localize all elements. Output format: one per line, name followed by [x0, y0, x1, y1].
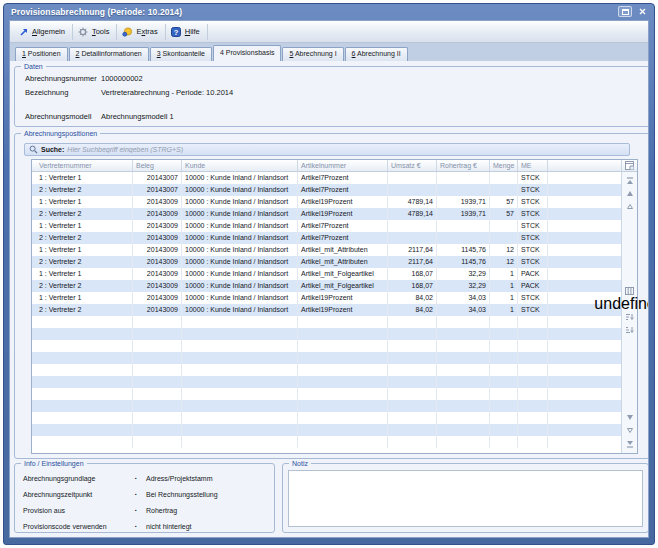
- cell: 10000 : Kunde Inland / Inlandsort: [182, 220, 298, 232]
- cell: 1 : Vertreter 1: [32, 196, 133, 208]
- page-up-icon[interactable]: [623, 200, 637, 213]
- label-rest: Abrechnung I: [293, 50, 336, 57]
- search-input[interactable]: [67, 144, 625, 155]
- search-label: Suche:: [41, 146, 64, 153]
- cell: 1145,76: [437, 244, 490, 256]
- column-header-ME[interactable]: ME: [518, 160, 548, 171]
- column-header-filler[interactable]: [548, 160, 621, 171]
- column-header-Artikelnummer[interactable]: Artikelnummer: [298, 160, 388, 171]
- daten-field-value: Vertreterabrechnung - Periode: 10.2014: [101, 88, 233, 97]
- cell: 10000 : Kunde Inland / Inlandsort: [182, 244, 298, 256]
- label-rest: Detailinformationen: [79, 50, 141, 57]
- cell: Artikel7Prozent: [298, 220, 388, 232]
- table-row[interactable]: 2 : Vertreter 22014300910000 : Kunde Inl…: [32, 208, 621, 220]
- cell: 20143009: [133, 232, 182, 244]
- menu-item-allgemein[interactable]: Allgemein: [13, 24, 73, 40]
- cell: [518, 364, 548, 376]
- sort-asc-icon[interactable]: [623, 310, 637, 323]
- table-row[interactable]: 1 : Vertreter 12014300710000 : Kunde Inl…: [32, 172, 621, 184]
- tab-abrechnung-1[interactable]: 5 Abrechnung I: [282, 47, 343, 61]
- cell: [133, 436, 182, 448]
- cell: 10000 : Kunde Inland / Inlandsort: [182, 280, 298, 292]
- restore-button[interactable]: [618, 6, 632, 17]
- grid-scroll-strip[interactable]: undefined: [621, 160, 637, 453]
- cell: 2 : Vertreter 2: [32, 184, 133, 196]
- scroll-up-icon[interactable]: [623, 187, 637, 200]
- cell: 1 : Vertreter 1: [32, 244, 133, 256]
- cell: [298, 412, 388, 424]
- table-row[interactable]: 1 : Vertreter 12014300910000 : Kunde Inl…: [32, 220, 621, 232]
- tab-positionen[interactable]: 1 Positionen: [15, 47, 68, 61]
- cell: [32, 328, 133, 340]
- cell: 10000 : Kunde Inland / Inlandsort: [182, 268, 298, 280]
- table-row[interactable]: 1 : Vertreter 12014300910000 : Kunde Inl…: [32, 244, 621, 256]
- nav-group-middle: undefined: [622, 284, 637, 336]
- cell: 1: [490, 304, 518, 316]
- table-row[interactable]: 2 : Vertreter 22014300910000 : Kunde Inl…: [32, 304, 621, 316]
- table-row[interactable]: 1 : Vertreter 12014300910000 : Kunde Inl…: [32, 268, 621, 280]
- notiz-textarea[interactable]: [288, 470, 643, 527]
- cell: [548, 256, 621, 268]
- table-row[interactable]: 2 : Vertreter 22014300910000 : Kunde Inl…: [32, 232, 621, 244]
- cell: [437, 172, 490, 184]
- menu-item-tools[interactable]: Tools: [73, 24, 118, 40]
- cell: [437, 400, 490, 412]
- table-row[interactable]: 1 : Vertreter 12014300910000 : Kunde Inl…: [32, 196, 621, 208]
- cell: [548, 184, 621, 196]
- cell: STCK: [518, 244, 548, 256]
- page-down-icon[interactable]: [623, 424, 637, 437]
- cell: [490, 184, 518, 196]
- column-header-Kunde[interactable]: Kunde: [182, 160, 298, 171]
- column-header-Vertreternummer[interactable]: Vertreternummer: [32, 160, 133, 171]
- cell: STCK: [518, 232, 548, 244]
- nav-group-bottom: [622, 411, 637, 450]
- daten-field-label: Abrechnungsmodell: [25, 112, 101, 121]
- cell: 10000 : Kunde Inland / Inlandsort: [182, 292, 298, 304]
- daten-field-row: AbrechnungsmodellAbrechnungsmodell 1: [25, 112, 174, 121]
- menu-item-hilfe[interactable]: ?Hilfe: [166, 24, 208, 40]
- close-button[interactable]: [636, 6, 648, 17]
- tab-abrechnung-2[interactable]: 6 Abrechnung II: [345, 47, 408, 61]
- title-bar[interactable]: Provisionsabrechnung (Periode: 10.2014): [4, 4, 654, 19]
- menu-item-label: Extras: [136, 27, 157, 36]
- scroll-down-icon[interactable]: [623, 411, 637, 424]
- table-row[interactable]: 2 : Vertreter 22014300710000 : Kunde Inl…: [32, 184, 621, 196]
- scroll-bottom-icon[interactable]: [623, 437, 637, 450]
- tab-provisionsbasis[interactable]: 4 Provisionsbasis: [213, 45, 281, 61]
- cell: 20143007: [133, 172, 182, 184]
- table-row[interactable]: 2 : Vertreter 22014300910000 : Kunde Inl…: [32, 256, 621, 268]
- info-legend: Info / Einstellungen: [21, 459, 87, 468]
- cell: 20143009: [133, 304, 182, 316]
- info-value: nicht hinterlegt: [146, 523, 192, 530]
- column-header-Menge[interactable]: Menge: [490, 160, 518, 171]
- cell: 32,29: [437, 280, 490, 292]
- table-row[interactable]: 2 : Vertreter 22014300910000 : Kunde Inl…: [32, 280, 621, 292]
- cell: [548, 280, 621, 292]
- positions-grid: VertreternummerBelegKundeArtikelnummerUm…: [31, 159, 638, 454]
- abrechnungspositionen-legend: Abrechnungspositionen: [21, 129, 100, 138]
- label-rest: Provisionsbasis: [224, 49, 275, 56]
- cell: [518, 328, 548, 340]
- cell: 10000 : Kunde Inland / Inlandsort: [182, 232, 298, 244]
- column-header-Beleg[interactable]: Beleg: [133, 160, 182, 171]
- tab-skontoanteile[interactable]: 3 Skontoanteile: [150, 47, 212, 61]
- cell: [133, 340, 182, 352]
- scroll-top-icon[interactable]: [623, 174, 637, 187]
- column-header-Rohertrag €[interactable]: Rohertrag €: [437, 160, 490, 171]
- daten-groupbox: Daten Abrechnungsnummer1000000002Bezeich…: [14, 66, 649, 127]
- cell: STCK: [518, 208, 548, 220]
- cell: [133, 424, 182, 436]
- sort-desc-icon[interactable]: [623, 323, 637, 336]
- search-icon[interactable]: undefined: [623, 297, 637, 310]
- cell: [298, 364, 388, 376]
- column-chooser-icon[interactable]: [622, 160, 637, 172]
- cell: [437, 424, 490, 436]
- tab-detailinformationen[interactable]: 2 Detailinformationen: [69, 47, 149, 61]
- menu-item-extras[interactable]: Extras: [117, 24, 165, 40]
- cell: [298, 352, 388, 364]
- cell: Artikel19Prozent: [298, 292, 388, 304]
- column-header-Umsatz €[interactable]: Umsatz €: [388, 160, 437, 171]
- cell: 1: [490, 268, 518, 280]
- daten-field-label: Abrechnungsnummer: [25, 74, 101, 83]
- table-row[interactable]: 1 : Vertreter 12014300910000 : Kunde Inl…: [32, 292, 621, 304]
